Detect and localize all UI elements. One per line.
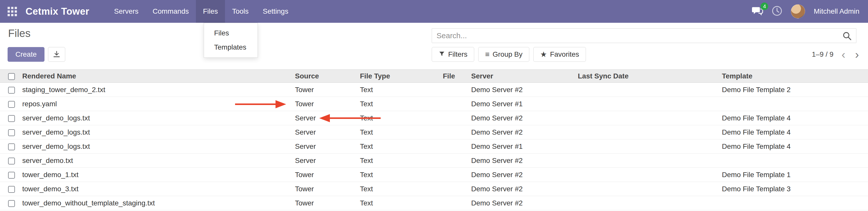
filters-button[interactable]: Filters bbox=[432, 47, 474, 62]
cell-template[interactable]: Demo File Template 4 bbox=[722, 111, 868, 125]
cell-server[interactable]: Demo Server #1 bbox=[471, 140, 578, 154]
cell-file[interactable] bbox=[443, 111, 471, 125]
apps-grid-icon[interactable] bbox=[8, 7, 17, 16]
menu-servers[interactable]: Servers bbox=[107, 0, 145, 23]
row-checkbox[interactable] bbox=[8, 144, 15, 150]
cell-last-sync-date[interactable] bbox=[578, 154, 722, 168]
table-row[interactable]: tower_demo_3.txt Tower Text Demo Server … bbox=[0, 182, 868, 196]
cell-source[interactable]: Tower bbox=[295, 97, 360, 111]
cell-template[interactable]: Demo File Template 1 bbox=[722, 168, 868, 182]
user-avatar[interactable] bbox=[791, 4, 805, 19]
cell-last-sync-date[interactable] bbox=[578, 182, 722, 196]
dropdown-item-files[interactable]: Files bbox=[204, 26, 257, 40]
cell-server[interactable]: Demo Server #2 bbox=[471, 111, 578, 125]
user-name[interactable]: Mitchell Admin bbox=[814, 7, 859, 16]
cell-file-type[interactable]: Text bbox=[360, 97, 443, 111]
activity-clock-icon[interactable] bbox=[772, 6, 782, 17]
cell-file[interactable] bbox=[443, 83, 471, 97]
cell-template[interactable]: Demo File Template 4 bbox=[722, 140, 868, 154]
cell-source[interactable]: Server bbox=[295, 111, 360, 125]
cell-source[interactable]: Tower bbox=[295, 182, 360, 196]
pager-previous-button[interactable]: ‹ bbox=[840, 49, 847, 60]
cell-template[interactable] bbox=[722, 154, 868, 168]
export-download-button[interactable] bbox=[48, 47, 65, 62]
cell-file[interactable] bbox=[443, 168, 471, 182]
cell-server[interactable]: Demo Server #2 bbox=[471, 168, 578, 182]
group-by-button[interactable]: ≡ Group By bbox=[478, 47, 529, 62]
cell-file[interactable] bbox=[443, 140, 471, 154]
table-row[interactable]: staging_tower_demo_2.txt Tower Text Demo… bbox=[0, 83, 868, 97]
row-checkbox[interactable] bbox=[8, 186, 15, 193]
cell-file[interactable] bbox=[443, 97, 471, 111]
favorites-button[interactable]: ★ Favorites bbox=[533, 47, 586, 62]
table-row[interactable]: server_demo_logs.txt Server Text Demo Se… bbox=[0, 140, 868, 154]
cell-server[interactable]: Demo Server #2 bbox=[471, 154, 578, 168]
row-checkbox[interactable] bbox=[8, 101, 15, 108]
cell-server[interactable]: Demo Server #2 bbox=[471, 182, 578, 196]
cell-template[interactable] bbox=[722, 196, 868, 210]
table-row[interactable]: tower_demo_without_template_staging.txt … bbox=[0, 196, 868, 210]
cell-last-sync-date[interactable] bbox=[578, 140, 722, 154]
row-checkbox[interactable] bbox=[8, 158, 15, 164]
table-row[interactable]: tower_demo_1.txt Tower Text Demo Server … bbox=[0, 168, 868, 182]
menu-tools[interactable]: Tools bbox=[225, 0, 255, 23]
cell-rendered-name[interactable]: tower_demo_3.txt bbox=[22, 182, 295, 196]
dropdown-item-templates[interactable]: Templates bbox=[204, 40, 257, 54]
cell-server[interactable]: Demo Server #2 bbox=[471, 196, 578, 210]
cell-server[interactable]: Demo Server #2 bbox=[471, 83, 578, 97]
cell-template[interactable]: Demo File Template 2 bbox=[722, 83, 868, 97]
cell-template[interactable]: Demo File Template 4 bbox=[722, 125, 868, 140]
cell-rendered-name[interactable]: server_demo_logs.txt bbox=[22, 111, 295, 125]
cell-last-sync-date[interactable] bbox=[578, 196, 722, 210]
messages-icon[interactable]: 4 bbox=[752, 6, 763, 17]
column-file-type[interactable]: File Type bbox=[360, 69, 443, 83]
column-last-sync-date[interactable]: Last Sync Date bbox=[578, 69, 722, 83]
cell-template[interactable]: Demo File Template 3 bbox=[722, 182, 868, 196]
search-input[interactable] bbox=[432, 29, 856, 43]
menu-commands[interactable]: Commands bbox=[146, 0, 196, 23]
row-checkbox[interactable] bbox=[8, 172, 15, 179]
search-icon[interactable] bbox=[842, 31, 851, 41]
cell-rendered-name[interactable]: tower_demo_without_template_staging.txt bbox=[22, 196, 295, 210]
cell-file[interactable] bbox=[443, 125, 471, 140]
cell-source[interactable]: Server bbox=[295, 125, 360, 140]
column-file[interactable]: File bbox=[443, 69, 471, 83]
cell-file[interactable] bbox=[443, 196, 471, 210]
cell-server[interactable]: Demo Server #1 bbox=[471, 97, 578, 111]
cell-file-type[interactable]: Text bbox=[360, 168, 443, 182]
create-button[interactable]: Create bbox=[8, 47, 44, 62]
cell-file-type[interactable]: Text bbox=[360, 182, 443, 196]
cell-rendered-name[interactable]: repos.yaml bbox=[22, 97, 295, 111]
cell-last-sync-date[interactable] bbox=[578, 97, 722, 111]
brand-title[interactable]: Cetmix Tower bbox=[26, 6, 89, 17]
column-source[interactable]: Source bbox=[295, 69, 360, 83]
table-row[interactable]: server_demo_logs.txt Server Text Demo Se… bbox=[0, 111, 868, 125]
column-template[interactable]: Template bbox=[722, 69, 868, 83]
cell-server[interactable]: Demo Server #2 bbox=[471, 125, 578, 140]
cell-source[interactable]: Tower bbox=[295, 83, 360, 97]
cell-template[interactable] bbox=[722, 97, 868, 111]
pager-next-button[interactable]: › bbox=[854, 49, 860, 60]
cell-file-type[interactable]: Text bbox=[360, 83, 443, 97]
cell-file[interactable] bbox=[443, 182, 471, 196]
cell-last-sync-date[interactable] bbox=[578, 168, 722, 182]
cell-source[interactable]: Server bbox=[295, 154, 360, 168]
cell-file-type[interactable]: Text bbox=[360, 111, 443, 125]
menu-files[interactable]: Files bbox=[196, 0, 225, 23]
cell-source[interactable]: Tower bbox=[295, 168, 360, 182]
cell-file-type[interactable]: Text bbox=[360, 154, 443, 168]
row-checkbox[interactable] bbox=[8, 200, 15, 207]
cell-rendered-name[interactable]: tower_demo_1.txt bbox=[22, 168, 295, 182]
cell-source[interactable]: Tower bbox=[295, 196, 360, 210]
cell-file[interactable] bbox=[443, 154, 471, 168]
cell-last-sync-date[interactable] bbox=[578, 125, 722, 140]
cell-rendered-name[interactable]: server_demo_logs.txt bbox=[22, 140, 295, 154]
cell-last-sync-date[interactable] bbox=[578, 111, 722, 125]
table-row[interactable]: server_demo_logs.txt Server Text Demo Se… bbox=[0, 125, 868, 140]
row-checkbox[interactable] bbox=[8, 115, 15, 122]
cell-rendered-name[interactable]: server_demo_logs.txt bbox=[22, 125, 295, 140]
table-row[interactable]: server_demo.txt Server Text Demo Server … bbox=[0, 154, 868, 168]
select-all-checkbox[interactable] bbox=[8, 73, 15, 80]
cell-file-type[interactable]: Text bbox=[360, 140, 443, 154]
table-row[interactable]: repos.yaml Tower Text Demo Server #1 bbox=[0, 97, 868, 111]
